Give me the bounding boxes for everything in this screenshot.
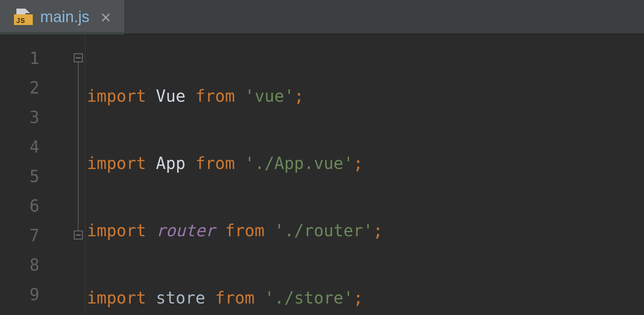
tab-title: main.js	[40, 8, 89, 26]
fold-gutter	[49, 34, 85, 315]
code-content[interactable]: import Vue from 'vue'; import App from '…	[85, 34, 644, 315]
fold-collapse-icon[interactable]	[74, 53, 83, 62]
line-number: 8	[0, 250, 49, 280]
file-tab-main-js[interactable]: JS main.js ✕	[0, 0, 125, 34]
line-number: 2	[0, 73, 49, 103]
line-number: 3	[0, 103, 49, 132]
line-number: 1	[0, 43, 49, 73]
code-editor[interactable]: 1 2 3 4 5 6 7 8 9 import Vue from 'vue';…	[0, 34, 644, 315]
line-number: 9	[0, 280, 49, 309]
code-line: import router from './router';	[87, 216, 644, 245]
close-icon[interactable]: ✕	[97, 8, 112, 25]
fold-collapse-icon[interactable]	[74, 231, 83, 240]
js-file-icon: JS	[14, 9, 33, 25]
line-number-gutter: 1 2 3 4 5 6 7 8 9	[0, 34, 49, 315]
line-number: 7	[0, 221, 49, 250]
code-line: import store from './store';	[87, 283, 644, 313]
tab-bar: JS main.js ✕	[0, 0, 644, 34]
line-number: 5	[0, 162, 49, 191]
line-number: 4	[0, 132, 49, 162]
fold-line-icon	[78, 58, 79, 236]
code-line: import Vue from 'vue';	[87, 81, 644, 111]
line-number: 6	[0, 191, 49, 221]
code-line: import App from './App.vue';	[87, 148, 644, 178]
